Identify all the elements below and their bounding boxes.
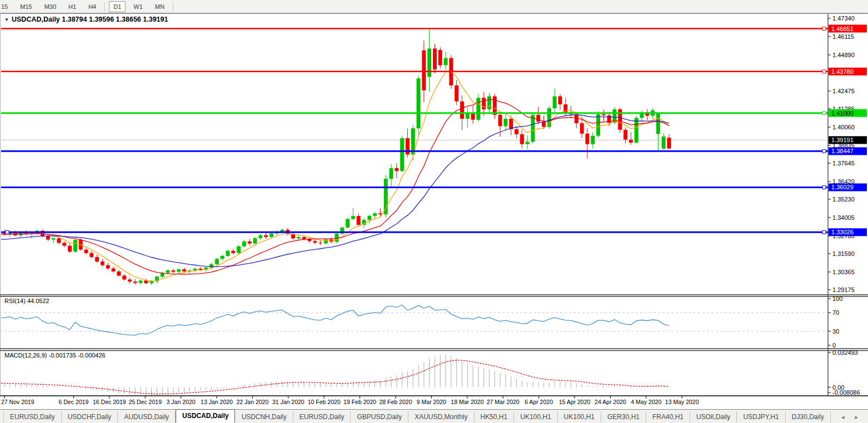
line-marker[interactable] <box>822 112 826 115</box>
candle-body <box>46 236 50 239</box>
date-label: 6 Apr 2020 <box>525 399 553 405</box>
candle-body <box>106 265 110 269</box>
date-label: 28 Feb 2020 <box>380 399 412 405</box>
hline-price-badge: 1.43780 <box>831 68 854 75</box>
candle-body <box>400 138 404 171</box>
candlestick-chart-svg[interactable]: 1.473401.461151.448901.424751.412851.400… <box>0 13 868 409</box>
candle-body <box>629 140 633 143</box>
candle-body <box>139 280 143 283</box>
candle-body <box>635 118 638 143</box>
candle-body <box>460 102 464 119</box>
symbol-tab-fra40-h1[interactable]: FRA40,H1 <box>646 411 690 422</box>
timeframe-button-d1[interactable]: D1 <box>109 1 126 12</box>
symbol-tab-uk100-h1[interactable]: UK100,H1 <box>558 411 601 422</box>
date-label: 15 Apr 2020 <box>559 399 591 405</box>
chart-title-ohlc: USDCAD,Daily 1.38794 1.39596 1.38656 1.3… <box>12 16 168 23</box>
timeframe-toolbar: 15M15M30H1H4D1W1MN <box>0 0 868 13</box>
candle-body <box>602 114 606 115</box>
candle-body <box>667 138 671 149</box>
price-tick-label: 1.47340 <box>832 15 855 22</box>
candle-body <box>52 238 56 239</box>
date-label: 3 Jan 2020 <box>167 399 196 405</box>
candle-body <box>591 136 595 144</box>
date-label: 6 Dec 2019 <box>59 399 89 405</box>
timeframe-button-m15[interactable]: M15 <box>16 1 36 12</box>
symbol-tab-ger30-h1[interactable]: GER30,H1 <box>601 411 646 422</box>
candle-body <box>422 51 426 90</box>
toolbar-separator <box>173 2 173 11</box>
price-tick-label: 1.46115 <box>832 33 854 40</box>
timeframe-button-15[interactable]: 15 <box>0 1 12 12</box>
candle-body <box>171 270 175 271</box>
line-marker[interactable] <box>822 230 826 234</box>
symbol-tab-usdchf-daily[interactable]: USDCHF,Daily <box>62 411 118 422</box>
macd-label: MACD(12,26,9) -0.001735 -0.000426 <box>4 352 106 359</box>
line-marker[interactable] <box>822 70 826 73</box>
timeframe-button-mn[interactable]: MN <box>151 1 169 12</box>
date-label: 22 Jan 2020 <box>236 399 268 405</box>
line-marker[interactable] <box>6 230 9 234</box>
candle-body <box>536 115 540 122</box>
symbol-tab-usoil-daily[interactable]: USOil,Daily <box>690 411 737 422</box>
date-label: 27 Mar 2020 <box>487 399 520 405</box>
candle-body <box>351 216 355 219</box>
line-marker[interactable] <box>822 27 826 31</box>
timeframe-button-h4[interactable]: H4 <box>84 1 101 12</box>
candle-body <box>226 251 230 256</box>
candle-body <box>580 123 584 134</box>
date-label: 31 Jan 2020 <box>272 399 305 405</box>
symbol-tab-uk100-h1[interactable]: UK100,H1 <box>514 411 557 422</box>
candle-body <box>427 48 431 77</box>
line-marker[interactable] <box>822 185 826 189</box>
chart-area[interactable]: 1.473401.461151.448901.424751.412851.400… <box>0 13 868 409</box>
candle-body <box>57 238 61 243</box>
price-tick-label: 1.34005 <box>832 214 855 221</box>
tab-scroll-arrows[interactable]: ◂ ▸ <box>841 414 862 421</box>
rsi-label: RSI(14) 44.0522 <box>4 298 49 304</box>
candle-body <box>297 237 301 238</box>
symbol-tab-eurusd-daily[interactable]: EURUSD,Daily <box>3 411 62 422</box>
candle-body <box>89 253 93 257</box>
symbol-tab-eurusd-daily[interactable]: EURUSD,Daily <box>293 411 351 422</box>
candle-body <box>662 137 666 149</box>
candle-body <box>487 97 491 109</box>
rsi-tick-label: 70 <box>832 309 839 316</box>
candle-body <box>182 269 186 271</box>
candle-body <box>68 246 72 252</box>
timeframe-button-w1[interactable]: W1 <box>129 1 147 12</box>
candle-body <box>438 50 442 65</box>
ma-line-fast <box>1 72 669 281</box>
symbol-tab-usdjpy-h1[interactable]: USDJPY,H1 <box>737 411 785 422</box>
candle-body <box>596 114 600 136</box>
symbol-tab-hk50-h1[interactable]: HK50,H1 <box>475 411 515 422</box>
timeframe-button-m30[interactable]: M30 <box>40 1 61 12</box>
timeframe-button-h1[interactable]: H1 <box>64 1 81 12</box>
symbol-tab-dj30-daily[interactable]: DJ30,Daily <box>786 411 831 422</box>
candle-body <box>258 235 262 238</box>
symbol-tab-bar: EURUSD,DailyUSDCHF,DailyAUDUSD,DailyUSDC… <box>0 409 868 423</box>
symbol-tab-xauusd-monthly[interactable]: XAUUSD,Monthly <box>408 411 474 422</box>
collapse-chart-icon[interactable]: ▼ <box>4 17 9 22</box>
candle-body <box>177 269 181 271</box>
line-marker[interactable] <box>822 149 826 153</box>
current-price-badge: 1.39191 <box>831 137 854 143</box>
rsi-tick-label: 100 <box>832 295 842 302</box>
candle-body <box>112 269 116 271</box>
date-label: 24 Apr 2020 <box>595 399 626 405</box>
candle-body <box>384 179 388 214</box>
date-label: 13 Jan 2020 <box>201 399 233 405</box>
symbol-tab-usdcnh-daily[interactable]: USDCNH,Daily <box>235 411 293 422</box>
macd-tick-label: -0.008086 <box>832 389 860 396</box>
price-tick-label: 1.29175 <box>832 286 855 293</box>
date-label: 13 May 2020 <box>665 399 699 405</box>
candle-body <box>373 213 377 216</box>
hline-price-badge: 1.38447 <box>831 148 854 154</box>
candle-body <box>133 281 137 283</box>
symbol-tab-audusd-daily[interactable]: AUDUSD,Daily <box>118 411 176 422</box>
toolbar-separator <box>104 2 105 11</box>
price-tick-label: 1.37645 <box>832 160 855 167</box>
hline-price-badge: 1.46651 <box>831 26 854 32</box>
symbol-tab-usdcad-daily[interactable]: USDCAD,Daily <box>176 409 235 423</box>
symbol-tab-gbpusd-daily[interactable]: GBPUSD,Daily <box>351 411 408 422</box>
candle-body <box>84 250 88 253</box>
